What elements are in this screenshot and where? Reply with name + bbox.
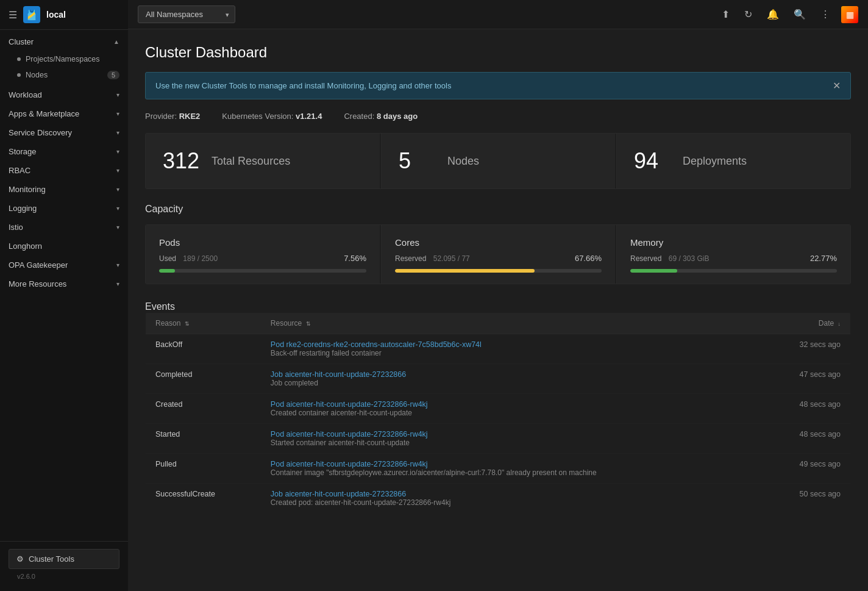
event-date: 50 secs ago — [762, 484, 850, 514]
total-resources-label: Total Resources — [212, 155, 290, 168]
content-area: Cluster Dashboard Use the new Cluster To… — [128, 29, 868, 591]
event-resource: Pod aicenter-hit-count-update-27232866-r… — [261, 424, 763, 454]
sidebar: ☰ 🎽 local Cluster ▲ Projects/Namespaces … — [0, 0, 128, 591]
cores-detail: Reserved 52.095 / 77 67.66% — [395, 254, 602, 263]
resource-link[interactable]: Job aicenter-hit-count-update-27232866 — [271, 490, 753, 498]
deployments-label: Deployments — [683, 155, 747, 168]
event-reason: BackOff — [146, 334, 261, 364]
events-table-header: Reason ⇅ Resource ⇅ Date ↓ — [146, 313, 851, 334]
storage-chevron: ▾ — [116, 148, 119, 155]
nodes-number: 5 — [399, 148, 435, 174]
longhorn-label: Longhorn — [9, 242, 42, 251]
stat-total-resources: 312 Total Resources — [146, 134, 380, 188]
resource-link[interactable]: Pod aicenter-hit-count-update-27232866-r… — [271, 400, 753, 409]
main-area: All Namespaces default kube-system ⬆ ↻ 🔔… — [128, 0, 868, 591]
monitoring-chevron: ▾ — [116, 186, 119, 193]
resource-desc: Started container aicenter-hit-count-upd… — [271, 439, 410, 447]
resource-link[interactable]: Pod aicenter-hit-count-update-27232866-r… — [271, 460, 753, 468]
capacity-pods: Pods Used 189 / 2500 7.56% — [146, 225, 380, 284]
event-date: 48 secs ago — [762, 424, 850, 454]
cores-sub: 52.095 / 77 — [433, 254, 470, 263]
memory-pct: 22.77% — [810, 254, 837, 263]
cluster-tools-label: Cluster Tools — [29, 554, 74, 564]
sidebar-storage-group[interactable]: Storage ▾ — [0, 142, 128, 161]
istio-label: Istio — [9, 223, 23, 232]
created-info: Created: 8 days ago — [344, 112, 418, 121]
sidebar-istio-group[interactable]: Istio ▾ — [0, 218, 128, 237]
refresh-icon[interactable]: ↻ — [741, 5, 756, 24]
k8s-value: v1.21.4 — [296, 112, 322, 121]
sidebar-cluster-section: Cluster ▲ Projects/Namespaces Nodes 5 — [0, 30, 128, 85]
memory-sub: 69 / 303 GiB — [669, 254, 710, 263]
version-text: v2.6.0 — [9, 569, 119, 584]
reason-sort-icon: ⇅ — [185, 321, 190, 327]
event-reason: Started — [146, 424, 261, 454]
pods-label: Used — [159, 254, 176, 263]
sidebar-footer: ⚙ Cluster Tools v2.6.0 — [0, 541, 128, 591]
more-resources-label: More Resources — [9, 279, 66, 288]
dot-icon — [17, 73, 21, 77]
table-row: SuccessfulCreate Job aicenter-hit-count-… — [146, 484, 851, 514]
cluster-label: Cluster — [9, 37, 34, 46]
alert-close-icon[interactable]: ✕ — [833, 80, 841, 91]
cluster-name: local — [46, 10, 66, 20]
search-icon[interactable]: 🔍 — [790, 5, 809, 24]
resource-link[interactable]: Job aicenter-hit-count-update-27232866 — [271, 370, 753, 379]
deployments-number: 94 — [634, 148, 671, 174]
event-resource: Pod aicenter-hit-count-update-27232866-r… — [261, 454, 763, 484]
resource-link[interactable]: Pod rke2-coredns-rke2-coredns-autoscaler… — [271, 340, 753, 349]
apps-chevron: ▾ — [116, 110, 119, 117]
upload-icon[interactable]: ⬆ — [718, 5, 733, 24]
sidebar-service-discovery-group[interactable]: Service Discovery ▾ — [0, 123, 128, 142]
event-resource: Pod aicenter-hit-count-update-27232866-r… — [261, 394, 763, 424]
event-date: 49 secs ago — [762, 454, 850, 484]
storage-label: Storage — [9, 147, 37, 156]
event-reason: SuccessfulCreate — [146, 484, 261, 514]
sidebar-more-resources-group[interactable]: More Resources ▾ — [0, 274, 128, 293]
resource-link[interactable]: Pod aicenter-hit-count-update-27232866-r… — [271, 430, 753, 439]
namespace-select[interactable]: All Namespaces default kube-system — [138, 5, 235, 23]
col-resource[interactable]: Resource ⇅ — [261, 313, 763, 334]
cluster-info-bar: Provider: RKE2 Kubernetes Version: v1.21… — [145, 112, 851, 121]
sidebar-header: ☰ 🎽 local — [0, 0, 128, 30]
sidebar-workload-group[interactable]: Workload ▾ — [0, 85, 128, 104]
avatar[interactable]: ▦ — [841, 6, 858, 23]
sidebar-rbac-group[interactable]: RBAC ▾ — [0, 161, 128, 180]
sidebar-item-projects[interactable]: Projects/Namespaces — [0, 51, 128, 67]
nodes-label: Nodes — [447, 155, 479, 168]
pods-sub: 189 / 2500 — [183, 254, 218, 263]
nodes-label: Nodes — [26, 71, 48, 79]
opa-chevron: ▾ — [116, 262, 119, 268]
cores-title: Cores — [395, 237, 602, 248]
more-icon[interactable]: ⋮ — [817, 5, 834, 24]
pods-detail: Used 189 / 2500 7.56% — [159, 254, 366, 263]
sidebar-opa-group[interactable]: OPA Gatekeeper ▾ — [0, 256, 128, 274]
cluster-chevron: ▲ — [113, 38, 119, 45]
col-reason[interactable]: Reason ⇅ — [146, 313, 261, 334]
sidebar-monitoring-group[interactable]: Monitoring ▾ — [0, 180, 128, 199]
resource-sort-icon: ⇅ — [306, 321, 311, 327]
cluster-logo: 🎽 — [23, 6, 40, 23]
sidebar-item-nodes[interactable]: Nodes 5 — [0, 67, 128, 83]
table-row: Pulled Pod aicenter-hit-count-update-272… — [146, 454, 851, 484]
memory-detail: Reserved 69 / 303 GiB 22.77% — [630, 254, 837, 263]
sidebar-cluster-group[interactable]: Cluster ▲ — [0, 32, 128, 51]
event-resource: Pod rke2-coredns-rke2-coredns-autoscaler… — [261, 334, 763, 364]
stat-nodes: 5 Nodes — [381, 134, 615, 188]
col-date[interactable]: Date ↓ — [762, 313, 850, 334]
pods-progress-bg — [159, 269, 366, 273]
event-date: 32 secs ago — [762, 334, 850, 364]
k8s-info: Kubernetes Version: v1.21.4 — [222, 112, 322, 121]
avatar-image: ▦ — [841, 6, 858, 23]
dot-icon — [17, 57, 21, 61]
sidebar-apps-group[interactable]: Apps & Marketplace ▾ — [0, 104, 128, 123]
bell-icon[interactable]: 🔔 — [763, 5, 783, 24]
cluster-tools-button[interactable]: ⚙ Cluster Tools — [9, 549, 119, 569]
capacity-title: Capacity — [145, 204, 851, 215]
namespace-select-wrapper[interactable]: All Namespaces default kube-system — [138, 5, 235, 23]
hamburger-icon[interactable]: ☰ — [9, 9, 17, 21]
workload-chevron: ▾ — [116, 91, 119, 98]
sidebar-logging-group[interactable]: Logging ▾ — [0, 199, 128, 218]
events-title: Events — [145, 301, 851, 312]
sidebar-longhorn-group[interactable]: Longhorn — [0, 237, 128, 256]
